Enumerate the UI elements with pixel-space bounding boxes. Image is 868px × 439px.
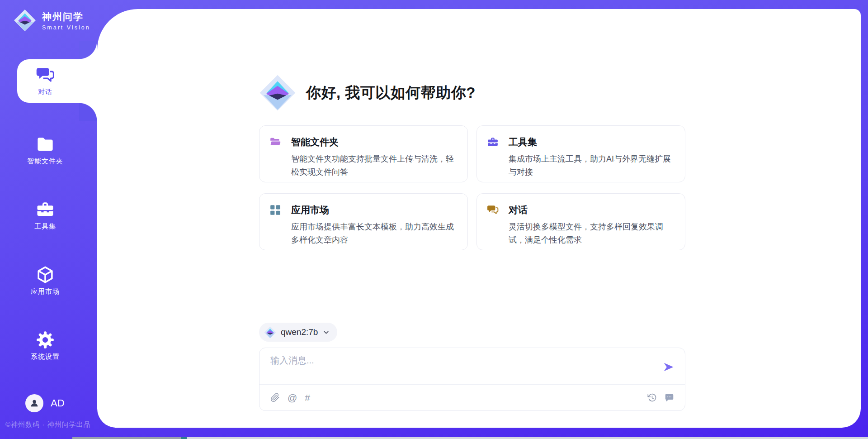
copyright-text: ©神州数码 · 神州问学出品 — [5, 420, 97, 429]
cube-icon — [36, 265, 55, 284]
at-icon: @ — [288, 393, 297, 402]
card-toolset[interactable]: 工具集 集成市场上主流工具，助力AI与外界无缝扩展与对接 — [476, 125, 685, 182]
chat-icon — [487, 204, 499, 216]
sidebar-item-label: 对话 — [38, 88, 52, 96]
card-smart-folder[interactable]: 智能文件夹 智能文件夹功能支持批量文件上传与清洗，轻松实现文件问答 — [259, 125, 468, 182]
paperclip-icon — [270, 393, 280, 402]
card-description: 灵活切换多模型文件，支持多样回复效果调试，满足个性化需求 — [509, 220, 672, 247]
brand-subtitle: Smart Vision — [42, 24, 90, 31]
sidebar-item-label: 系统设置 — [31, 353, 60, 361]
history-icon — [647, 393, 657, 402]
send-icon — [662, 361, 675, 373]
chevron-down-icon — [322, 329, 330, 336]
brand-diamond-logo-icon — [14, 9, 36, 32]
sidebar-item-app-market[interactable]: 应用市场 — [0, 263, 90, 298]
feature-cards: 智能文件夹 智能文件夹功能支持批量文件上传与清洗，轻松实现文件问答 工具集 集成… — [259, 125, 685, 250]
greeting-diamond-logo-icon — [259, 74, 296, 112]
avatar — [25, 394, 43, 412]
card-app-market[interactable]: 应用市场 应用市场提供丰富长文本模板，助力高效生成多样化文章内容 — [259, 193, 468, 250]
sidebar-nav: 对话 智能文件夹 工具集 应用市场 — [0, 59, 97, 363]
history-button[interactable] — [647, 393, 657, 402]
hash-icon: # — [305, 393, 310, 402]
card-chat[interactable]: 对话 灵活切换多模型文件，支持多样回复效果调试，满足个性化需求 — [476, 193, 685, 250]
gear-icon — [36, 330, 55, 349]
folder-icon — [36, 135, 55, 154]
topic-button[interactable]: # — [305, 393, 310, 402]
folder-open-icon — [269, 136, 281, 148]
brand: 神州问学 Smart Vision — [14, 9, 97, 32]
model-selector[interactable]: qwen2:7b — [259, 323, 337, 342]
sidebar-item-toolset[interactable]: 工具集 — [0, 198, 90, 233]
message-composer: @ # — [259, 348, 685, 411]
sidebar-item-label: 工具集 — [34, 222, 56, 231]
toolbox-icon — [487, 136, 499, 148]
card-title: 智能文件夹 — [291, 136, 339, 148]
main-panel: 你好, 我可以如何帮助你? 智能文件夹 智能文件夹功能支持批量文件上传与清洗，轻… — [97, 9, 861, 428]
sidebar-item-label: 智能文件夹 — [27, 157, 63, 166]
sidebar: 神州问学 Smart Vision 对话 智能文件夹 工具集 — [0, 0, 97, 439]
grid-icon — [269, 204, 281, 216]
card-title: 对话 — [509, 204, 528, 216]
mention-button[interactable]: @ — [288, 393, 297, 402]
user-initials: AD — [51, 397, 65, 409]
greeting: 你好, 我可以如何帮助你? — [259, 74, 476, 112]
chat-bubble-icon — [665, 393, 674, 402]
card-title: 工具集 — [509, 136, 537, 148]
brand-name: 神州问学 — [42, 10, 90, 23]
person-icon — [29, 398, 39, 408]
sidebar-item-label: 应用市场 — [31, 287, 60, 296]
attach-button[interactable] — [270, 393, 280, 402]
scrollbar-thumb-cap — [181, 437, 187, 439]
card-description: 智能文件夹功能支持批量文件上传与清洗，轻松实现文件问答 — [291, 153, 455, 179]
model-name: qwen2:7b — [281, 327, 318, 337]
card-description: 应用市场提供丰富长文本模板，助力高效生成多样化文章内容 — [291, 220, 455, 247]
sidebar-item-settings[interactable]: 系统设置 — [0, 328, 90, 363]
feedback-button[interactable] — [665, 393, 674, 402]
diamond-logo-icon — [264, 326, 276, 339]
sidebar-item-smart-folder[interactable]: 智能文件夹 — [0, 133, 90, 168]
message-input[interactable] — [270, 354, 655, 381]
scrollbar-thumb[interactable] — [72, 437, 181, 439]
toolbox-icon — [36, 200, 55, 219]
chat-icon — [36, 66, 55, 85]
horizontal-scrollbar[interactable] — [72, 437, 868, 439]
greeting-text: 你好, 我可以如何帮助你? — [306, 83, 476, 103]
send-button[interactable] — [662, 361, 675, 373]
card-description: 集成市场上主流工具，助力AI与外界无缝扩展与对接 — [509, 153, 672, 179]
composer-divider — [259, 384, 685, 385]
card-title: 应用市场 — [291, 204, 329, 216]
user-profile[interactable]: AD — [25, 394, 97, 412]
sidebar-item-chat[interactable]: 对话 — [17, 59, 97, 103]
